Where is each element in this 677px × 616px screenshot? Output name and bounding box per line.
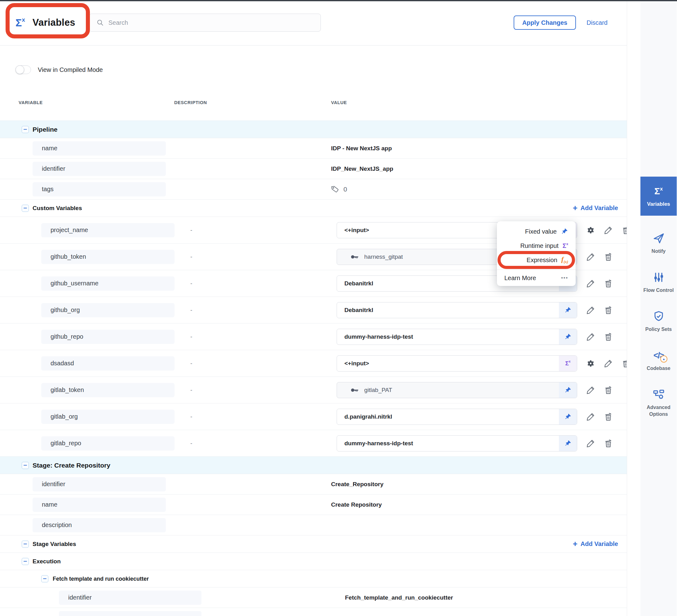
value-input[interactable]: dummy-harness-idp-test: [336, 329, 577, 345]
variable-value: Fetch_template_and_run_cookiecutter: [345, 594, 453, 601]
apply-changes-button[interactable]: Apply Changes: [514, 15, 576, 30]
delete-trash-icon[interactable]: [603, 305, 613, 315]
sigma-x-icon: Σx: [652, 185, 665, 198]
collapse-minus-icon[interactable]: [41, 575, 48, 582]
variable-name: identifier: [33, 162, 166, 176]
variable-description: -: [190, 227, 192, 234]
collapse-minus-icon[interactable]: [22, 558, 29, 565]
variable-description: -: [190, 307, 192, 314]
pin-icon: [561, 228, 568, 235]
dropdown-item-runtime-input[interactable]: Runtime inputΣx: [497, 239, 576, 253]
delete-trash-icon[interactable]: [603, 438, 613, 448]
pin-icon[interactable]: [559, 436, 577, 451]
collapse-minus-icon[interactable]: [22, 126, 29, 133]
section-title: Stage: Create Repository: [33, 462, 110, 469]
table-row: Execution: [0, 553, 627, 570]
edit-pencil-icon[interactable]: [603, 359, 613, 368]
sidebar-item-notify[interactable]: Notify: [640, 232, 677, 255]
dropdown-item-expression[interactable]: Expressionf(x): [497, 253, 576, 267]
table-row: Stage Variables+Add Variable: [0, 535, 627, 553]
sidebar-item-label: Codebase: [643, 365, 675, 372]
runtime-input-icon[interactable]: Σx: [559, 356, 577, 371]
value-text: <+input>: [345, 227, 369, 234]
table-row: Pipeline: [0, 121, 627, 138]
table-row: Stage: Create Repository: [0, 457, 627, 474]
more-options-icon[interactable]: •••: [561, 275, 568, 281]
delete-trash-icon[interactable]: [603, 332, 613, 341]
sidebar-item-flow-control[interactable]: Flow Control: [640, 271, 677, 294]
discard-button[interactable]: Discard: [586, 19, 607, 26]
edit-pencil-icon[interactable]: [586, 305, 595, 315]
code-icon: </>▲: [653, 351, 664, 360]
delete-trash-icon[interactable]: [603, 252, 613, 262]
header-bar: Σx Variables Search Apply Changes Discar…: [0, 0, 627, 46]
add-variable-label: Add Variable: [581, 204, 618, 211]
table-row: tags0: [0, 179, 627, 199]
collapse-minus-icon[interactable]: [22, 204, 29, 211]
delete-trash-icon[interactable]: [621, 225, 627, 235]
delete-trash-icon[interactable]: [603, 279, 613, 288]
value-input[interactable]: d.panigrahi.nitrkl: [336, 409, 577, 425]
delete-trash-icon[interactable]: [621, 359, 627, 368]
table-row: identifierFetch_template_and_run_cookiec…: [0, 587, 627, 608]
settings-gear-icon[interactable]: [586, 225, 595, 235]
shield-check-icon: [652, 310, 665, 323]
value-text: dummy-harness-idp-test: [345, 333, 413, 340]
value-text: d.panigrahi.nitrkl: [345, 413, 392, 420]
sidebar-item-advanced-options[interactable]: Advanced Options: [640, 388, 677, 418]
compiled-mode-label: View in Compiled Mode: [38, 66, 103, 74]
dropdown-item-fixed-value[interactable]: Fixed value: [497, 224, 576, 239]
value-input[interactable]: dummy-harness-idp-test: [336, 435, 577, 452]
learn-more-link[interactable]: Learn More: [504, 275, 536, 282]
compiled-mode-toggle[interactable]: [15, 65, 31, 74]
edit-pencil-icon[interactable]: [586, 438, 595, 448]
value-text: Debanitrkl: [345, 307, 373, 314]
table-row: github_org-Debanitrkl: [0, 296, 627, 323]
variable-name: name: [33, 497, 166, 512]
collapse-minus-icon[interactable]: [22, 462, 29, 469]
value-input[interactable]: <+input>Σx: [336, 356, 577, 372]
pin-icon[interactable]: [559, 329, 577, 344]
section-title: Custom Variables: [33, 205, 82, 211]
edit-pencil-icon[interactable]: [586, 252, 595, 262]
sidebar-item-label: Flow Control: [643, 287, 675, 294]
variable-name: identifier: [59, 590, 201, 605]
pin-icon[interactable]: [559, 302, 577, 318]
edit-pencil-icon[interactable]: [586, 385, 595, 395]
tags-value: 0: [331, 184, 347, 194]
add-variable-button[interactable]: +Add Variable: [573, 204, 618, 212]
add-variable-button[interactable]: +Add Variable: [573, 540, 618, 548]
variable-value: IDP_New_NextJS_app: [331, 165, 393, 172]
pin-icon[interactable]: [559, 409, 577, 425]
variables-panel: Σx Variables Search Apply Changes Discar…: [0, 0, 677, 616]
table-row: [0, 608, 627, 616]
variable-description: -: [190, 413, 192, 420]
sidebar-item-codebase[interactable]: </>▲Codebase: [640, 349, 677, 372]
add-variable-label: Add Variable: [581, 540, 618, 548]
edit-pencil-icon[interactable]: [586, 332, 595, 341]
search-input[interactable]: Search: [89, 14, 321, 32]
row-actions: [586, 332, 613, 341]
variable-description: -: [190, 387, 192, 393]
edit-pencil-icon[interactable]: [603, 225, 613, 235]
sidebar-item-variables[interactable]: ΣxVariables: [640, 177, 677, 216]
delete-trash-icon[interactable]: [603, 412, 613, 421]
edit-pencil-icon[interactable]: [586, 279, 595, 288]
variable-name: gitlab_org: [41, 410, 175, 424]
column-description: DESCRIPTION: [174, 100, 207, 105]
settings-gear-icon[interactable]: [586, 359, 595, 368]
value-input[interactable]: Debanitrkl: [336, 302, 577, 318]
sidebar-item-policy-sets[interactable]: Policy Sets: [640, 310, 677, 333]
sidebar-item-label: Notify: [643, 248, 675, 255]
pin-icon[interactable]: [559, 382, 577, 398]
row-actions: [586, 305, 613, 315]
table-row: identifierCreate_Repository: [0, 474, 627, 494]
value-text: gitlab_PAT: [364, 387, 392, 393]
delete-trash-icon[interactable]: [603, 385, 613, 395]
edit-pencil-icon[interactable]: [586, 412, 595, 421]
variable-description: -: [190, 360, 192, 367]
code-warning-icon: </>▲: [652, 349, 665, 362]
value-input[interactable]: gitlab_PAT: [336, 382, 577, 398]
collapse-minus-icon[interactable]: [22, 540, 29, 548]
key-icon: [350, 385, 359, 395]
